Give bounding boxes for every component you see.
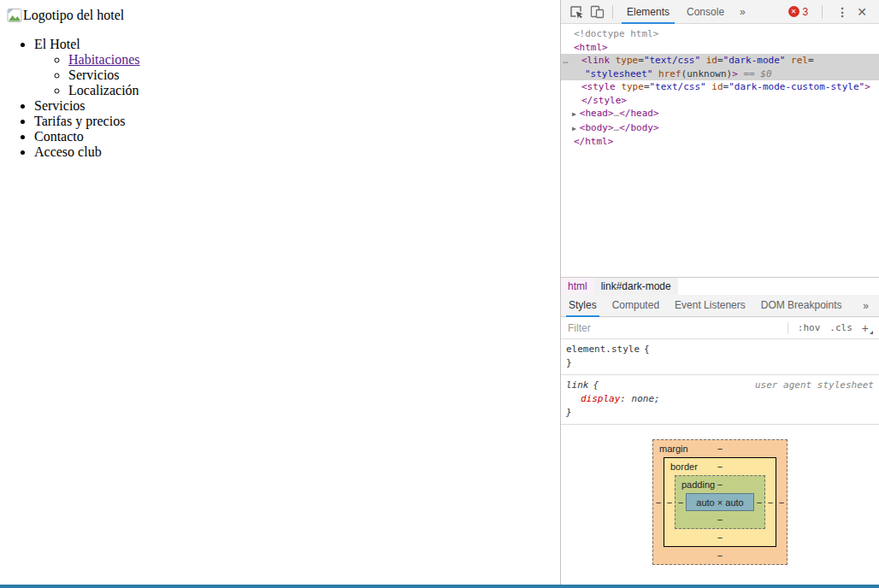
ua-link-rule[interactable]: link { user agent stylesheet display: no… [561,375,879,425]
border-bottom-value[interactable]: − [664,529,776,546]
border-top-value[interactable]: − [717,462,723,472]
css-property-name[interactable]: display [581,393,620,404]
styles-filter-input[interactable] [561,321,781,335]
dom-tree-line[interactable]: …<link type="text/css" id="dark-mode" re… [561,54,879,68]
main-nav-list: El Hotel Habitaciones Servicios Localiza… [0,37,560,160]
breadcrumb: html link#dark-mode [561,277,879,295]
css-property-separator: : [620,393,631,404]
border-label: border [670,458,698,475]
styles-filter-bar: :hov .cls + [561,317,879,339]
padding-top-value[interactable]: − [717,479,723,490]
padding-left-value[interactable]: − [675,497,686,508]
nav-item-tarifas: Tarifas y precios [34,114,560,129]
image-alt-text: Logotipo del hotel [23,8,124,23]
hov-toggle[interactable]: :hov [798,322,821,333]
close-devtools-icon[interactable]: ✕ [857,5,867,19]
margin-bottom-value[interactable]: − [653,547,787,564]
filter-divider [788,322,788,334]
filter-controls: :hov .cls + [781,321,879,335]
devtools-toolbar: Elements Console » ✕ 3 ⋮ ✕ [561,0,879,24]
content-box[interactable]: auto × auto [686,493,754,511]
hotel-page: Logotipo del hotel El Hotel Habitaciones… [0,0,560,585]
nav-label-tarifas: Tarifas y precios [34,114,125,128]
dom-tree-line[interactable]: <!doctype html> [561,27,879,41]
brace-open: { [593,379,599,392]
more-tabs-icon[interactable]: » [733,6,752,18]
nav-item-acceso-club: Acceso club [34,144,560,160]
breadcrumb-html[interactable]: html [561,278,594,295]
toolbar-divider-right [822,5,823,19]
brace-open: { [644,343,650,356]
ua-rule-selector: link [566,379,589,392]
error-icon: ✕ [788,6,799,17]
tab-console[interactable]: Console [678,0,733,24]
margin-top-value[interactable]: − [717,444,723,454]
brace-close: } [566,406,876,420]
cls-toggle[interactable]: .cls [829,322,852,333]
dom-tree-line[interactable]: ▶<body>…</body> [561,121,879,136]
error-count: 3 [803,6,809,18]
border-left-value[interactable]: − [664,497,675,508]
error-badge[interactable]: ✕ 3 [788,6,809,18]
tab-computed[interactable]: Computed [605,295,667,317]
nav-item-localizacion: Localización [68,83,560,98]
dom-tree-line[interactable]: <style type="text/css" id="dark-mode-cus… [561,80,879,94]
expand-arrow-icon[interactable]: ▶ [572,125,576,132]
border-right-value[interactable]: − [765,497,776,508]
margin-left-value[interactable]: − [653,497,664,508]
sub-nav-list: Habitaciones Servicios Localización [34,52,560,98]
ua-stylesheet-origin: user agent stylesheet [755,379,876,392]
box-model: margin − − border − − [652,439,788,565]
margin-right-value[interactable]: − [776,497,787,508]
box-model-container: margin − − border − − [561,439,879,565]
tab-styles[interactable]: Styles [561,295,605,317]
padding-label: padding [681,476,715,493]
dom-tree-line[interactable]: ▶<head>…</head> [561,107,879,121]
kebab-menu-icon[interactable]: ⋮ [836,5,848,19]
browser-window: Logotipo del hotel El Hotel Habitaciones… [0,0,879,588]
brace-close: } [566,356,876,370]
more-panels-icon[interactable]: » [863,300,879,312]
tab-elements[interactable]: Elements [618,0,678,24]
toolbar-divider [612,5,613,19]
dom-tree-line[interactable]: "stylesheet" href(unknown)> == $0 [561,68,879,81]
nav-item-sub-servicios: Servicios [68,68,560,83]
inspect-element-icon[interactable] [566,1,587,23]
padding-right-value[interactable]: − [754,497,764,508]
window-bottom-accent-bar [0,585,879,588]
nav-link-habitaciones[interactable]: Habitaciones [68,52,140,67]
content-size: auto × auto [696,497,743,508]
device-toolbar-icon[interactable] [587,1,607,23]
new-style-rule-button[interactable]: + [862,321,869,335]
padding-box: padding − − auto × auto − [675,475,765,529]
expand-arrow-icon[interactable]: ▶ [572,110,576,118]
styles-sidebar-tabs: Styles Computed Event Listeners DOM Brea… [561,295,879,317]
breadcrumb-link-dark-mode[interactable]: link#dark-mode [594,278,678,295]
nav-label-contacto: Contacto [34,129,84,144]
dom-tree-line[interactable]: </style> [561,94,879,108]
dom-tree-line[interactable]: <html> [561,41,879,55]
dom-tree: <!doctype html><html>…<link type="text/c… [561,24,879,277]
nav-item-el-hotel: El Hotel Habitaciones Servicios Localiza… [34,37,560,98]
long-press-triangle-icon [870,331,873,334]
padding-bottom-value[interactable]: − [675,511,764,528]
css-property-line[interactable]: display: none; [566,392,876,406]
nav-label-acceso-club: Acceso club [34,144,102,159]
margin-box: margin − − border − − [652,439,788,565]
broken-image-icon [7,8,22,23]
margin-label: margin [659,440,688,457]
ellipsis-gutter-icon: … [563,54,569,68]
devtools-panel: Elements Console » ✕ 3 ⋮ ✕ <!doctype htm… [561,0,879,585]
nav-label-sub-servicios: Servicios [68,68,120,82]
toolbar-right-group: ✕ 3 ⋮ ✕ [788,5,879,19]
nav-item-contacto: Contacto [34,129,560,144]
css-property-value[interactable]: none; [632,393,660,404]
border-box: border − − padding − [664,457,776,547]
hotel-logo-broken-image: Logotipo del hotel [7,8,560,23]
nav-label-el-hotel: El Hotel [34,37,80,51]
tab-event-listeners[interactable]: Event Listeners [667,295,753,317]
dom-tree-line[interactable]: </html> [561,135,879,149]
element-style-selector: element.style [566,343,640,356]
tab-dom-breakpoints[interactable]: DOM Breakpoints [753,295,850,317]
element-style-rule[interactable]: element.style { } [561,339,879,375]
